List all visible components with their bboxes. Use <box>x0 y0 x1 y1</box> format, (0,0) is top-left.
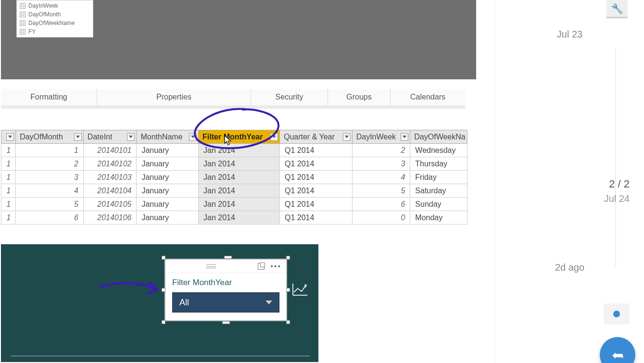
table-cell[interactable]: 2 <box>352 144 410 157</box>
focus-mode-icon[interactable] <box>258 263 265 270</box>
more-options-icon[interactable]: ••• <box>270 264 281 269</box>
table-cell[interactable]: Friday <box>410 171 467 184</box>
tracking-dot-icon <box>613 311 620 317</box>
timeline-end-label[interactable]: 2d ago <box>495 262 644 273</box>
table-cell[interactable]: 0 <box>352 211 410 225</box>
ribbon-separator <box>1 107 465 109</box>
slicer-visual[interactable]: ••• Filter MonthYear All <box>164 259 287 321</box>
ribbon-tab-properties[interactable]: Properties <box>97 89 251 106</box>
table-cell[interactable]: Thursday <box>410 157 467 171</box>
col-header-filter-monthyear[interactable]: Filter MonthYear <box>199 130 280 144</box>
table-row[interactable]: 1220140102JanuaryJan 2014Q1 20143Thursda… <box>1 157 467 171</box>
ribbon-tab-security[interactable]: Security <box>251 89 328 106</box>
table-cell[interactable]: Q1 2014 <box>279 198 352 211</box>
table-cell[interactable]: 5 <box>16 198 84 211</box>
table-cell[interactable]: 2 <box>16 157 84 171</box>
report-canvas: ••• Filter MonthYear All <box>1 244 318 362</box>
notifications-button[interactable] <box>604 303 630 325</box>
table-cell[interactable]: 20140103 <box>83 171 137 184</box>
ribbon-tab-formatting[interactable]: Formatting <box>1 89 97 106</box>
table-cell[interactable]: 1 <box>1 198 16 211</box>
data-grid[interactable]: DayOfMonth DateInt MonthName Filter Mont… <box>1 130 467 225</box>
filter-dropdown-icon[interactable] <box>127 133 135 141</box>
col-header-monthname[interactable]: MonthName <box>137 130 199 144</box>
timeline-position[interactable]: 2 / 2 Jul 24 <box>604 178 630 204</box>
timeline-start-date[interactable]: Jul 23 <box>495 29 644 40</box>
col-header-blank[interactable] <box>1 130 16 144</box>
table-cell[interactable]: 1 <box>1 184 16 198</box>
table-cell[interactable]: Jan 2014 <box>199 211 280 225</box>
table-cell[interactable]: 1 <box>16 144 84 157</box>
table-cell[interactable]: Q1 2014 <box>279 184 352 198</box>
data-table[interactable]: DayOfMonth DateInt MonthName Filter Mont… <box>1 130 467 225</box>
table-cell[interactable]: January <box>137 157 199 171</box>
col-header-dayofmonth[interactable]: DayOfMonth <box>16 130 84 144</box>
table-row[interactable]: 1420140104JanuaryJan 2014Q1 20145Saturda… <box>1 184 467 198</box>
table-cell[interactable]: 20140102 <box>83 157 137 171</box>
table-cell[interactable]: January <box>137 171 199 184</box>
field-item[interactable]: DayOfWeekName <box>17 19 93 27</box>
slicer-dropdown[interactable]: All <box>172 292 279 313</box>
filter-dropdown-icon[interactable] <box>6 133 14 141</box>
table-cell[interactable]: Jan 2014 <box>199 144 280 157</box>
table-cell[interactable]: Jan 2014 <box>199 184 280 198</box>
table-row[interactable]: 1120140101JanuaryJan 2014Q1 20142Wednesd… <box>1 144 467 157</box>
table-cell[interactable]: Wednesday <box>410 144 467 157</box>
table-cell[interactable]: 3 <box>352 157 410 171</box>
field-item[interactable]: FY <box>17 27 93 36</box>
table-cell[interactable]: 5 <box>352 184 410 198</box>
table-cell[interactable]: 6 <box>352 198 410 211</box>
table-cell[interactable]: Jan 2014 <box>199 198 280 211</box>
field-item[interactable]: DayInWeek <box>17 1 93 10</box>
table-cell[interactable]: 20140105 <box>83 198 137 211</box>
table-cell[interactable]: 1 <box>1 171 16 184</box>
ribbon-tab-calendars[interactable]: Calendars <box>391 89 465 106</box>
table-row[interactable]: 1620140106JanuaryJan 2014Q1 20140Monday <box>1 211 467 225</box>
col-header-dayofweekname[interactable]: DayOfWeekNa <box>410 130 467 144</box>
table-cell[interactable]: Q1 2014 <box>279 144 352 157</box>
table-cell[interactable]: 1 <box>1 211 16 225</box>
col-header-dateint[interactable]: DateInt <box>83 130 137 144</box>
slicer-title: Filter MonthYear <box>165 273 286 290</box>
filter-dropdown-icon[interactable] <box>270 133 278 141</box>
field-label: DayOfMonth <box>28 11 61 18</box>
table-cell[interactable]: 4 <box>352 171 410 184</box>
filter-dropdown-icon[interactable] <box>189 133 197 141</box>
table-cell[interactable]: 1 <box>1 157 16 171</box>
table-cell[interactable]: 3 <box>16 171 84 184</box>
col-header-quarter-year[interactable]: Quarter & Year <box>279 130 352 144</box>
table-cell[interactable]: January <box>137 144 199 157</box>
table-cell[interactable]: January <box>137 198 199 211</box>
col-header-dayinweek[interactable]: DayInWeek <box>352 130 410 144</box>
field-item[interactable]: DayOfMonth <box>17 10 93 19</box>
filter-dropdown-icon[interactable] <box>401 133 408 141</box>
table-cell[interactable]: Saturday <box>410 184 467 198</box>
fields-panel[interactable]: DayInWeek DayOfMonth DayOfWeekName FY <box>16 0 93 38</box>
ribbon-tab-groups[interactable]: Groups <box>328 89 391 106</box>
table-cell[interactable]: Jan 2014 <box>199 171 280 184</box>
table-cell[interactable]: 20140101 <box>83 144 137 157</box>
table-cell[interactable]: Monday <box>410 211 467 225</box>
line-chart-icon[interactable] <box>292 283 308 300</box>
table-cell[interactable]: 6 <box>16 211 84 225</box>
table-cell[interactable]: Q1 2014 <box>279 211 352 225</box>
table-cell[interactable]: 20140104 <box>83 184 137 198</box>
table-cell[interactable]: Sunday <box>410 198 467 211</box>
reply-button[interactable]: ➦ <box>600 337 635 363</box>
table-cell[interactable]: Q1 2014 <box>279 171 352 184</box>
table-cell[interactable]: 20140106 <box>83 211 137 225</box>
edit-post-button[interactable]: 🔧 <box>606 0 628 18</box>
table-cell[interactable]: 4 <box>16 184 84 198</box>
table-cell[interactable]: 1 <box>1 144 16 157</box>
table-cell[interactable]: January <box>137 184 199 198</box>
table-cell[interactable]: Q1 2014 <box>279 157 352 171</box>
table-cell[interactable]: Jan 2014 <box>199 157 280 171</box>
filter-dropdown-icon[interactable] <box>74 133 82 141</box>
table-row[interactable]: 1320140103JanuaryJan 2014Q1 20144Friday <box>1 171 467 184</box>
table-row[interactable]: 1520140105JanuaryJan 2014Q1 20146Sunday <box>1 198 467 211</box>
table-cell[interactable]: January <box>137 211 199 225</box>
timeline-rail[interactable] <box>615 48 616 267</box>
drag-grip-icon[interactable] <box>170 264 252 268</box>
topic-timeline-sidebar: 🔧 Jul 23 2 / 2 Jul 24 2d ago ➦ <box>495 0 644 363</box>
filter-dropdown-icon[interactable] <box>343 133 351 141</box>
